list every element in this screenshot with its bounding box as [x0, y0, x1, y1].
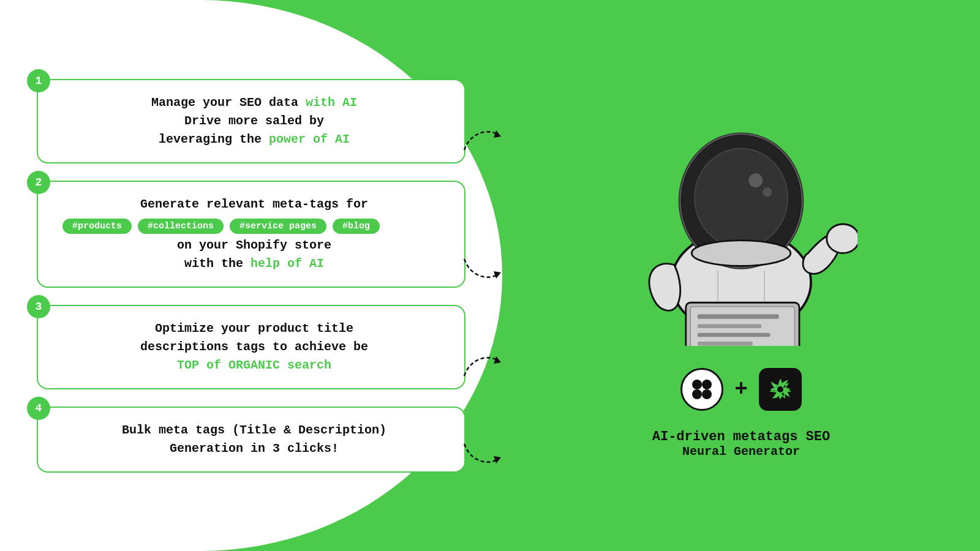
robot-illustration [625, 92, 858, 350]
left-panel: 1 Manage your SEO data with AI Drive mor… [0, 0, 502, 551]
svg-point-28 [702, 380, 712, 389]
step-badge-1: 1 [27, 69, 50, 92]
svg-point-30 [702, 389, 712, 399]
card-text-3: Optimize your product title descriptions… [62, 320, 446, 375]
tag-blog: #blog [333, 219, 380, 234]
svg-rect-18 [698, 332, 771, 337]
feature-card-1: 1 Manage your SEO data with AI Drive mor… [37, 79, 466, 163]
card-text-4: Bulk meta tags (Title & Description) Gen… [62, 421, 446, 458]
right-panel: + [502, 0, 980, 551]
openai-svg [766, 375, 794, 403]
svg-point-9 [695, 148, 788, 247]
brand-title: AI-driven metatags SEO [652, 429, 830, 444]
svg-rect-16 [698, 314, 779, 319]
svg-marker-0 [494, 130, 501, 138]
svg-marker-3 [494, 456, 501, 463]
card-text-2b: on your Shopify store with the help of A… [62, 236, 446, 273]
svg-point-13 [692, 240, 791, 266]
feature-card-4: 4 Bulk meta tags (Title & Description) G… [37, 407, 466, 473]
svg-point-5 [827, 224, 858, 253]
svg-point-11 [763, 187, 772, 197]
svg-rect-17 [698, 324, 762, 328]
card-text-2: Generate relevant meta-tags for [62, 195, 446, 214]
robot-svg [625, 96, 858, 347]
arrow-3 [458, 351, 504, 385]
tag-products: #products [62, 219, 132, 234]
plus-icon: + [734, 377, 748, 402]
dots-svg [688, 376, 715, 403]
openai-icon [759, 368, 802, 411]
card-text-1: Manage your SEO data with AI Drive more … [62, 94, 446, 149]
tags-row: #products #collections #service pages #b… [62, 219, 446, 234]
step-badge-3: 3 [27, 295, 50, 318]
svg-marker-2 [494, 356, 501, 364]
brand-row: + [680, 368, 802, 411]
svg-point-31 [777, 386, 784, 393]
tag-service-pages: #service pages [230, 219, 326, 234]
step-badge-2: 2 [27, 171, 50, 194]
tag-collections: #collections [138, 219, 224, 234]
svg-point-29 [692, 389, 702, 399]
dots-icon [680, 368, 723, 411]
arrow-4 [458, 435, 504, 468]
svg-point-27 [692, 380, 702, 389]
arrow-2 [458, 250, 504, 283]
feature-card-2: 2 Generate relevant meta-tags for #produ… [37, 181, 466, 288]
svg-rect-19 [698, 342, 753, 346]
arrow-1 [458, 126, 504, 159]
brand-subtitle: Neural Generator [652, 444, 830, 459]
feature-card-3: 3 Optimize your product title descriptio… [37, 305, 466, 389]
step-badge-4: 4 [27, 397, 50, 420]
brand-text: AI-driven metatags SEO Neural Generator [652, 429, 830, 459]
svg-point-10 [748, 173, 763, 187]
svg-marker-1 [494, 271, 501, 279]
